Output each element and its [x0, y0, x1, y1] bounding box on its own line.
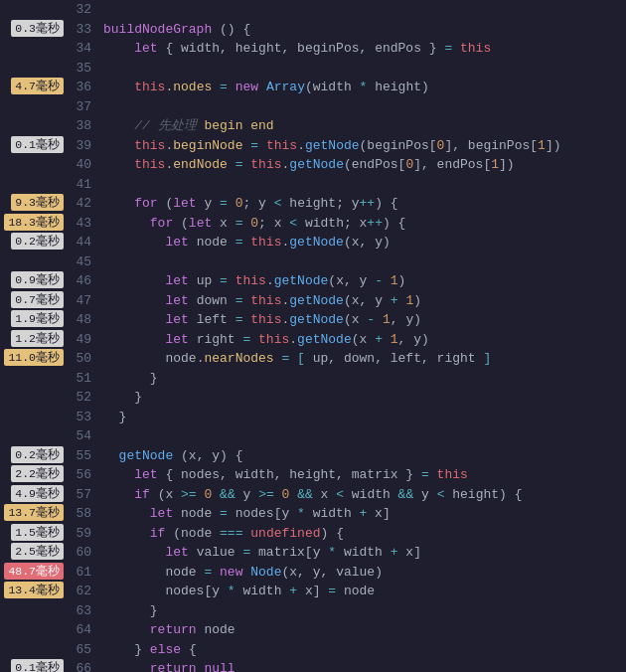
line-number: 66	[70, 659, 99, 672]
timing-cell	[0, 59, 70, 79]
code-line: 37	[0, 97, 626, 117]
code-line: 4.7毫秒36 this.nodes = new Array(width * h…	[0, 78, 626, 97]
code-line: 65 } else {	[0, 640, 626, 660]
line-number: 38	[70, 116, 99, 136]
line-number: 48	[70, 310, 99, 330]
code-content: for (let y = 0; y < height; y++) {	[99, 194, 398, 214]
timing-cell	[0, 620, 70, 640]
timing-cell: 4.9毫秒	[0, 485, 70, 505]
timing-cell: 2.2毫秒	[0, 465, 70, 485]
line-number: 52	[70, 388, 99, 408]
code-container: 320.3毫秒33buildNodeGraph () {34 let { wid…	[0, 0, 626, 672]
timing-cell: 2.5毫秒	[0, 543, 70, 563]
line-number: 36	[70, 78, 99, 97]
timing-cell: 0.9毫秒	[0, 271, 70, 291]
timing-cell: 0.1毫秒	[0, 136, 70, 156]
timing-badge: 1.5毫秒	[11, 524, 64, 541]
code-line: 0.9毫秒46 let up = this.getNode(x, y - 1)	[0, 271, 626, 291]
code-content: let right = this.getNode(x + 1, y)	[99, 330, 429, 350]
code-line: 38 // 先处理 begin end	[0, 116, 626, 136]
code-content: // 先处理 begin end	[99, 116, 274, 136]
code-content: for (let x = 0; x < width; x++) {	[99, 214, 405, 234]
code-line: 2.2毫秒56 let { nodes, width, height, matr…	[0, 465, 626, 485]
timing-cell: 11.0毫秒	[0, 349, 70, 369]
timing-cell: 13.7毫秒	[0, 504, 70, 524]
code-line: 48.7毫秒61 node = new Node(x, y, value)	[0, 563, 626, 583]
code-line: 51 }	[0, 369, 626, 389]
code-content	[99, 426, 103, 446]
code-content: this.endNode = this.getNode(endPos[0], e…	[99, 155, 515, 175]
code-line: 1.9毫秒48 let left = this.getNode(x - 1, y…	[0, 310, 626, 330]
code-line: 63 }	[0, 601, 626, 621]
timing-cell: 0.3毫秒	[0, 20, 70, 40]
code-line: 0.1毫秒66 return null	[0, 659, 626, 672]
timing-badge: 13.4毫秒	[4, 582, 64, 598]
line-number: 44	[70, 233, 99, 252]
timing-cell: 0.7毫秒	[0, 291, 70, 311]
code-content: let node = this.getNode(x, y)	[99, 233, 391, 252]
code-content: let value = matrix[y * width + x]	[99, 543, 421, 563]
line-number: 55	[70, 446, 99, 466]
line-number: 58	[70, 504, 99, 524]
timing-badge: 0.3毫秒	[11, 20, 64, 37]
line-number: 41	[70, 175, 99, 195]
code-content: }	[99, 408, 126, 427]
line-number: 46	[70, 271, 99, 291]
code-line: 53 }	[0, 408, 626, 427]
code-line: 40 this.endNode = this.getNode(endPos[0]…	[0, 155, 626, 175]
line-number: 59	[70, 524, 99, 544]
line-number: 37	[70, 97, 99, 117]
line-number: 54	[70, 426, 99, 446]
line-number: 47	[70, 291, 99, 311]
timing-cell: 0.1毫秒	[0, 659, 70, 672]
line-number: 57	[70, 485, 99, 505]
code-line: 1.5毫秒59 if (node === undefined) {	[0, 524, 626, 544]
timing-cell: 1.2毫秒	[0, 330, 70, 350]
code-content: node.nearNodes = [ up, down, left, right…	[99, 349, 491, 369]
code-content: let node = nodes[y * width + x]	[99, 504, 391, 524]
code-content: }	[99, 388, 142, 408]
code-line: 45	[0, 252, 626, 272]
timing-badge: 0.9毫秒	[11, 271, 64, 288]
code-line: 54	[0, 426, 626, 446]
line-number: 64	[70, 620, 99, 640]
timing-badge: 11.0毫秒	[4, 349, 64, 366]
code-line: 35	[0, 59, 626, 79]
code-content: let left = this.getNode(x - 1, y)	[99, 310, 421, 330]
code-line: 1.2毫秒49 let right = this.getNode(x + 1, …	[0, 330, 626, 350]
timing-cell: 18.3毫秒	[0, 214, 70, 234]
code-content: this.beginNode = this.getNode(beginPos[0…	[99, 136, 561, 156]
code-line: 0.7毫秒47 let down = this.getNode(x, y + 1…	[0, 291, 626, 311]
code-content	[99, 59, 103, 79]
timing-cell	[0, 175, 70, 195]
line-number: 50	[70, 349, 99, 369]
code-content: return node	[99, 620, 235, 640]
timing-cell	[0, 116, 70, 136]
code-content: return null	[99, 659, 235, 672]
code-line: 0.3毫秒33buildNodeGraph () {	[0, 20, 626, 40]
code-content: buildNodeGraph () {	[99, 20, 250, 40]
timing-badge: 0.2毫秒	[11, 233, 64, 250]
code-content: let up = this.getNode(x, y - 1)	[99, 271, 405, 291]
code-line: 13.4毫秒62 nodes[y * width + x] = node	[0, 582, 626, 601]
line-number: 53	[70, 408, 99, 427]
line-number: 43	[70, 214, 99, 234]
code-content: let { width, height, beginPos, endPos } …	[99, 39, 491, 59]
timing-cell: 48.7毫秒	[0, 563, 70, 583]
code-content: }	[99, 601, 158, 621]
code-content: nodes[y * width + x] = node	[99, 582, 375, 601]
code-line: 0.2毫秒55 getNode (x, y) {	[0, 446, 626, 466]
code-line: 41	[0, 175, 626, 195]
timing-badge: 0.7毫秒	[11, 291, 64, 308]
timing-cell: 9.3毫秒	[0, 194, 70, 214]
line-number: 60	[70, 543, 99, 563]
timing-badge: 2.5毫秒	[11, 543, 64, 560]
timing-cell	[0, 640, 70, 660]
timing-cell: 13.4毫秒	[0, 582, 70, 601]
code-line: 64 return node	[0, 620, 626, 640]
line-number: 63	[70, 601, 99, 621]
line-number: 32	[70, 0, 99, 20]
code-content: getNode (x, y) {	[99, 446, 243, 466]
timing-cell	[0, 408, 70, 427]
code-line: 34 let { width, height, beginPos, endPos…	[0, 39, 626, 59]
